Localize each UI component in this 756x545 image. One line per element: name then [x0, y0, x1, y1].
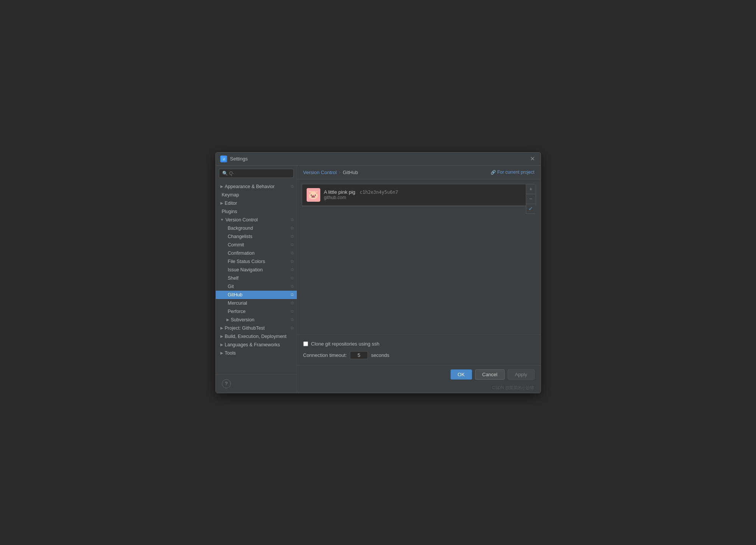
search-icon: 🔍 — [222, 171, 228, 176]
dialog-body: 🔍 ▶ Appearance & Behavior ⧉ Keymap ▶ — [216, 166, 541, 393]
sidebar-item-editor[interactable]: ▶ Editor — [216, 199, 297, 207]
expand-arrow-subversion: ▶ — [226, 318, 229, 322]
sidebar-item-confirmation[interactable]: Confirmation ⧉ — [216, 249, 297, 257]
sidebar-item-label: Project: GithubTest — [225, 325, 265, 331]
sidebar-item-languages[interactable]: ▶ Languages & Frameworks — [216, 341, 297, 349]
search-box[interactable]: 🔍 — [219, 169, 294, 178]
watermark: CSDN @菜菜的小妙猪 — [297, 383, 541, 393]
sidebar-item-project[interactable]: ▶ Project: GithubTest ⧉ — [216, 324, 297, 332]
sidebar-item-label: Background — [228, 226, 253, 231]
avatar: 🐷 — [307, 188, 320, 202]
sidebar-item-label: Appearance & Behavior — [225, 184, 275, 189]
seconds-label: seconds — [371, 352, 389, 358]
sidebar-item-github[interactable]: GitHub ⧉ — [216, 291, 297, 299]
account-name-row: A little pink pig c1h2e3n4y5u6n7 — [324, 189, 531, 195]
add-account-button[interactable]: + — [526, 184, 536, 194]
copy-icon: ⧉ — [291, 301, 294, 305]
breadcrumb-separator: › — [339, 170, 340, 175]
sidebar-item-label: Editor — [225, 201, 237, 206]
sidebar-item-background[interactable]: Background ⧉ — [216, 224, 297, 232]
sidebar-item-label: Shelf — [228, 276, 239, 281]
dialog-title: Settings — [230, 156, 529, 162]
sidebar-item-label: Changelists — [228, 234, 253, 239]
sidebar-item-subversion[interactable]: ▶ Subversion ⧉ — [216, 316, 297, 324]
copy-icon: ⧉ — [291, 309, 294, 314]
account-token: c1h2e3n4y5u6n7 — [360, 190, 398, 195]
sidebar-item-appearance[interactable]: ▶ Appearance & Behavior ⧉ — [216, 182, 297, 191]
search-input[interactable] — [229, 171, 290, 176]
sidebar-nav: ▶ Appearance & Behavior ⧉ Keymap ▶ Edito… — [216, 181, 297, 374]
svg-text:J: J — [223, 157, 224, 161]
sidebar-item-label: Build, Execution, Deployment — [225, 334, 287, 339]
sidebar-item-label: Perforce — [228, 309, 246, 314]
sidebar-item-commit[interactable]: Commit ⧉ — [216, 241, 297, 249]
sidebar-item-tools[interactable]: ▶ Tools — [216, 349, 297, 357]
copy-icon: ⧉ — [291, 234, 294, 239]
sidebar-item-label: Version Control — [225, 217, 257, 223]
sidebar-item-label: Git — [228, 284, 234, 289]
sidebar-item-label: Commit — [228, 242, 244, 248]
copy-icon: ⧉ — [291, 292, 294, 297]
list-actions: + − ✓ — [526, 184, 536, 214]
sidebar-item-file-status-colors[interactable]: File Status Colors ⧉ — [216, 257, 297, 266]
timeout-row: Connection timeout: seconds — [303, 351, 535, 359]
expand-arrow-project: ▶ — [220, 326, 223, 330]
cancel-button[interactable]: Cancel — [475, 369, 505, 380]
sidebar-item-label: Plugins — [222, 209, 237, 214]
link-icon: 🔗 — [491, 170, 496, 174]
breadcrumb-current: GitHub — [343, 170, 358, 175]
apply-button[interactable]: Apply — [508, 369, 535, 380]
account-name: A little pink pig — [324, 189, 355, 195]
sidebar-item-issue-navigation[interactable]: Issue Navigation ⧉ — [216, 266, 297, 274]
copy-icon: ⧉ — [291, 267, 294, 272]
sidebar-item-perforce[interactable]: Perforce ⧉ — [216, 307, 297, 316]
sidebar-item-git[interactable]: Git ⧉ — [216, 282, 297, 291]
sidebar-item-shelf[interactable]: Shelf ⧉ — [216, 274, 297, 282]
expand-arrow-languages: ▶ — [220, 343, 223, 347]
project-link[interactable]: 🔗 For current project — [491, 170, 534, 175]
copy-icon: ⧉ — [291, 276, 294, 280]
accounts-panel: 🐷 A little pink pig c1h2e3n4y5u6n7 githu… — [297, 179, 541, 335]
copy-icon: ⧉ — [291, 317, 294, 322]
verify-account-button[interactable]: ✓ — [526, 204, 536, 214]
sidebar: 🔍 ▶ Appearance & Behavior ⧉ Keymap ▶ — [216, 166, 297, 393]
sidebar-item-plugins[interactable]: Plugins — [216, 207, 297, 216]
ssh-checkbox-label: Clone git repositories using ssh — [311, 341, 380, 347]
sidebar-item-label: File Status Colors — [228, 259, 265, 264]
sidebar-item-changelists[interactable]: Changelists ⧉ — [216, 232, 297, 241]
ok-button[interactable]: OK — [450, 369, 472, 380]
sidebar-item-label: Mercurial — [228, 301, 247, 306]
account-item: 🐷 A little pink pig c1h2e3n4y5u6n7 githu… — [302, 184, 536, 206]
close-button[interactable]: ✕ — [529, 156, 536, 162]
ssh-checkbox[interactable] — [303, 341, 308, 346]
sidebar-item-keymap[interactable]: Keymap — [216, 191, 297, 199]
sidebar-item-build[interactable]: ▶ Build, Execution, Deployment — [216, 332, 297, 341]
copy-icon: ⧉ — [291, 242, 294, 247]
expand-arrow-appearance: ▶ — [220, 184, 223, 188]
sidebar-item-mercurial[interactable]: Mercurial ⧉ — [216, 299, 297, 307]
copy-icon: ⧉ — [291, 217, 294, 222]
sidebar-item-label: Subversion — [231, 317, 255, 322]
breadcrumb-parent[interactable]: Version Control — [303, 170, 337, 175]
copy-icon: ⧉ — [291, 325, 294, 330]
account-info: A little pink pig c1h2e3n4y5u6n7 github.… — [324, 189, 531, 200]
timeout-label: Connection timeout: — [303, 352, 347, 358]
sidebar-item-label: Confirmation — [228, 251, 255, 256]
sidebar-item-label: Issue Navigation — [228, 267, 263, 272]
titlebar: J Settings ✕ — [216, 153, 541, 166]
timeout-input[interactable] — [350, 351, 368, 359]
copy-icon: ⧉ — [291, 259, 294, 264]
copy-icon: ⧉ — [291, 284, 294, 289]
remove-account-button[interactable]: − — [526, 194, 536, 204]
help-button[interactable]: ? — [222, 379, 231, 388]
ssh-checkbox-row: Clone git repositories using ssh — [303, 341, 535, 347]
dialog-footer: OK Cancel Apply — [297, 365, 541, 383]
expand-arrow-vc: ▼ — [220, 218, 224, 222]
sidebar-item-version-control[interactable]: ▼ Version Control ⧉ — [216, 216, 297, 224]
sidebar-item-label: Tools — [225, 350, 236, 356]
expand-arrow-tools: ▶ — [220, 351, 223, 355]
bottom-section: Clone git repositories using ssh Connect… — [297, 335, 541, 365]
account-url: github.com — [324, 195, 531, 200]
expand-arrow-build: ▶ — [220, 334, 223, 338]
sidebar-bottom: ? — [216, 374, 297, 393]
